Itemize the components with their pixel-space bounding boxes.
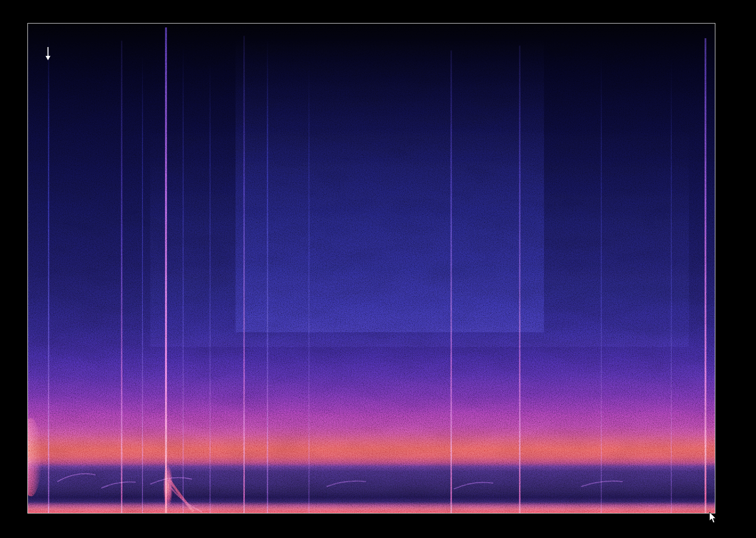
spectrogram-page <box>0 0 756 538</box>
mouse-cursor-icon <box>709 512 718 524</box>
plot-border <box>27 23 715 514</box>
annotation-down-arrow-icon <box>45 47 51 61</box>
colorbar <box>732 171 740 367</box>
